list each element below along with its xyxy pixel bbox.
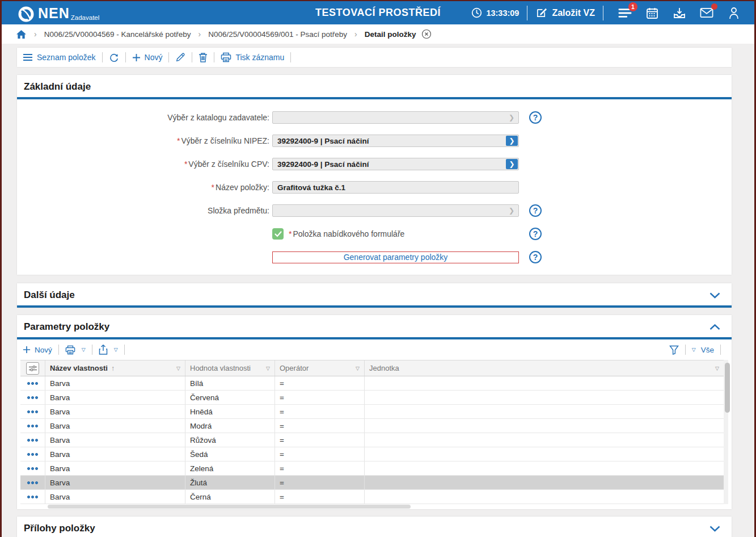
toolbar-separator <box>92 345 92 355</box>
column-filter-icon[interactable]: ▽ <box>266 366 270 371</box>
column-header-name[interactable]: Název vlastnosti ↑ ▽ <box>45 360 185 376</box>
table-row[interactable]: Barva Bílá = <box>20 376 724 391</box>
cpv-value: 39292400-9 | Psací náčiní <box>273 160 383 169</box>
refresh-icon <box>109 52 119 62</box>
row-actions-icon[interactable] <box>27 453 38 456</box>
scrollbar-thumb[interactable] <box>725 363 730 413</box>
table-row[interactable]: Barva Zelená = <box>20 462 724 476</box>
row-actions-icon[interactable] <box>27 410 38 413</box>
breadcrumb-item-current: Detail položky <box>365 30 416 39</box>
brand[interactable]: NEN Zadavatel <box>18 3 99 23</box>
calendar-button[interactable] <box>645 6 659 20</box>
new-button[interactable]: Nový <box>132 53 163 62</box>
column-header-unit[interactable]: Jednotka ▽ <box>365 360 724 376</box>
form-row-nipez: *Výběr z číselníku NIPEZ: 39292400-9 | P… <box>17 135 732 147</box>
close-tab-button[interactable] <box>421 29 432 39</box>
table-row[interactable]: Barva Černá = <box>20 490 724 504</box>
download-tray-icon <box>673 7 686 19</box>
messages-button[interactable] <box>700 6 713 20</box>
nipez-picker-button[interactable]: ❯ <box>506 136 518 146</box>
refresh-button[interactable] <box>109 52 119 62</box>
home-icon[interactable] <box>16 30 27 39</box>
row-actions-icon[interactable] <box>27 467 38 470</box>
section-attachments-title: Přílohy položky <box>24 523 95 534</box>
generate-parameters-button[interactable]: Generovat parametry položky <box>272 251 519 263</box>
help-icon[interactable]: ? <box>529 204 542 217</box>
table-row[interactable]: Barva Hnědá = <box>20 405 724 419</box>
chevron-right-icon: ❯ <box>509 207 514 215</box>
catalog-field[interactable]: ❯ <box>272 111 519 124</box>
scrollbar-thumb[interactable] <box>48 505 411 509</box>
breadcrumb: › N006/25/V00004569 - Kancelářské potřeb… <box>2 24 754 44</box>
catalog-label: Výběr z katalogu zadavatele: <box>17 113 271 122</box>
chevron-down-icon <box>709 526 720 532</box>
section-more-title: Další údaje <box>24 290 75 301</box>
print-record-button[interactable]: Tisk záznamu <box>221 52 284 62</box>
filter-button[interactable] <box>669 345 679 355</box>
param-new-button[interactable]: Nový <box>23 346 52 354</box>
filter-all-button[interactable]: ▽ Vše <box>692 346 714 354</box>
toolbar-separator <box>102 52 103 62</box>
create-vz-button[interactable]: Založit VZ <box>535 7 595 19</box>
cpv-picker-button[interactable]: ❯ <box>506 159 518 169</box>
export-icon <box>99 345 108 355</box>
header-divider <box>603 6 603 20</box>
breadcrumb-item-part[interactable]: N006/25/V00004569/001 - Psací potřeby <box>208 30 347 39</box>
help-icon[interactable]: ? <box>529 228 542 240</box>
column-filter-icon[interactable]: ▽ <box>715 366 719 371</box>
list-items-label: Seznam položek <box>37 53 96 62</box>
filter-all-label: Vše <box>701 346 714 354</box>
table-row[interactable]: Barva Šedá = <box>20 447 724 462</box>
item-name-input[interactable]: Grafitová tužka č.1 <box>272 181 519 194</box>
inbox-button[interactable] <box>673 6 686 20</box>
column-header-value[interactable]: Hodnota vlastnosti ▽ <box>185 360 275 376</box>
column-header-operator[interactable]: Operátor ▽ <box>275 360 365 376</box>
chevron-up-icon <box>709 324 720 330</box>
main-content: Seznam položek Nový Tisk záznamu <box>2 44 754 537</box>
list-items-button[interactable]: Seznam položek <box>23 53 96 62</box>
row-actions-icon[interactable] <box>27 439 38 442</box>
toolbar-separator <box>290 52 291 62</box>
row-actions-icon[interactable] <box>27 496 38 498</box>
row-actions-icon[interactable] <box>27 382 38 385</box>
param-print-button[interactable]: ▽ <box>65 345 86 355</box>
row-actions-icon[interactable] <box>27 481 38 484</box>
expand-section-button[interactable] <box>709 292 720 299</box>
collapse-section-button[interactable] <box>709 324 720 330</box>
row-actions-icon[interactable] <box>27 396 38 399</box>
column-filter-icon[interactable]: ▽ <box>356 366 360 371</box>
table-vertical-scrollbar[interactable] <box>724 360 728 504</box>
toolbar-separator <box>58 345 59 355</box>
dropdown-triangle-icon: ▽ <box>692 347 696 353</box>
clock: 13:33:09 <box>471 7 519 18</box>
print-record-label: Tisk záznamu <box>235 53 284 62</box>
expand-section-button[interactable] <box>709 526 720 532</box>
form-row-folder: Složka předmětu: ❯ ? <box>17 204 732 217</box>
cpv-field[interactable]: 39292400-9 | Psací náčiní ❯ <box>272 158 519 170</box>
table-row[interactable]: Barva Červená = <box>20 391 724 405</box>
menu-button[interactable]: 1 <box>618 6 632 20</box>
table-row[interactable]: Barva Růžová = <box>20 433 724 447</box>
column-filter-icon[interactable]: ▽ <box>176 366 180 371</box>
breadcrumb-item-contract[interactable]: N006/25/V00004569 - Kancelářské potřeby <box>44 30 191 39</box>
help-icon[interactable]: ? <box>529 111 542 124</box>
edit-button[interactable] <box>175 52 185 62</box>
dropdown-triangle-icon: ▽ <box>114 347 118 353</box>
chevron-right-icon: ❯ <box>509 114 514 121</box>
table-horizontal-scrollbar[interactable] <box>20 504 720 509</box>
nipez-field[interactable]: 39292400-9 | Psací náčiní ❯ <box>272 135 519 147</box>
form-row-catalog: Výběr z katalogu zadavatele: ❯ ? <box>17 111 732 124</box>
row-actions-icon[interactable] <box>27 425 38 427</box>
table-row-selected[interactable]: Barva Žlutá = <box>20 476 724 490</box>
param-export-button[interactable]: ▽ <box>99 345 118 355</box>
column-settings-button[interactable] <box>26 362 39 375</box>
page-frame: NEN Zadavatel TESTOVACÍ PROSTŘEDÍ 13:33:… <box>0 0 756 537</box>
help-icon[interactable]: ? <box>529 251 542 263</box>
delete-button[interactable] <box>198 52 208 62</box>
record-toolbar: Seznam položek Nový Tisk záznamu <box>17 48 732 67</box>
folder-field[interactable]: ❯ <box>272 204 519 217</box>
profile-button[interactable] <box>727 6 741 20</box>
table-row[interactable]: Barva Modrá = <box>20 419 724 433</box>
breadcrumb-separator: › <box>34 30 37 39</box>
offer-form-checkbox[interactable] <box>272 228 284 240</box>
